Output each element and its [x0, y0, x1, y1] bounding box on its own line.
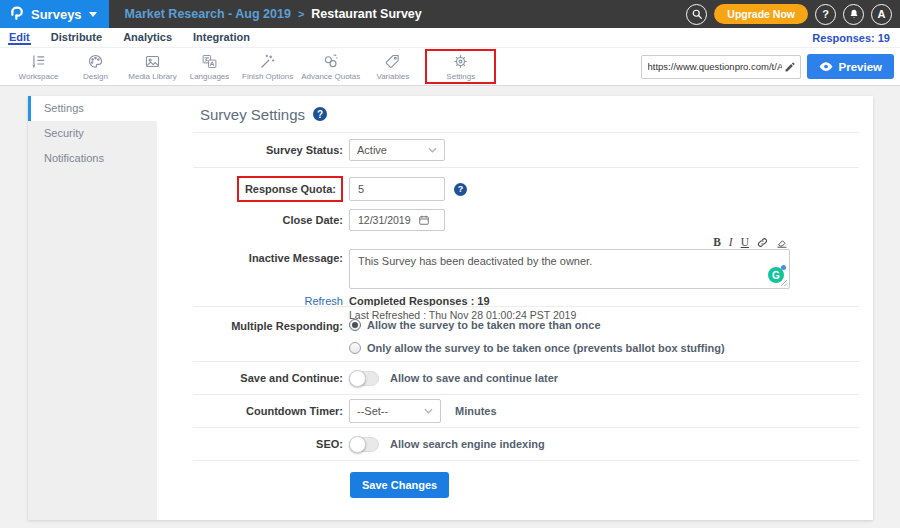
account-avatar[interactable]: A	[871, 4, 892, 25]
media-library-icon	[144, 53, 161, 70]
settings-gear-icon	[452, 53, 469, 70]
radio-unselected-icon	[349, 342, 361, 354]
help-button[interactable]: ?	[815, 4, 836, 25]
tab-edit[interactable]: Edit	[8, 30, 31, 45]
search-icon	[691, 8, 703, 20]
edit-url-button[interactable]	[782, 61, 796, 73]
minutes-suffix: Minutes	[455, 405, 497, 417]
radio-allow-multiple[interactable]: Allow the survey to be taken more than o…	[349, 319, 725, 331]
grammarly-icon[interactable]: G	[768, 267, 784, 283]
design-palette-icon	[87, 53, 104, 70]
chevron-down-icon	[424, 408, 433, 414]
pencil-icon	[784, 61, 796, 73]
tab-distribute[interactable]: Distribute	[50, 30, 103, 45]
settings-highlight-annotation: Settings	[425, 49, 496, 84]
seo-toggle[interactable]	[349, 437, 379, 452]
link-icon	[757, 237, 768, 248]
tool-design[interactable]: Design	[67, 53, 124, 81]
toggle-knob	[349, 370, 366, 387]
countdown-timer-select[interactable]: --Set--	[349, 399, 441, 423]
save-and-continue-text: Allow to save and continue later	[390, 372, 558, 384]
inactive-message-textarea[interactable]: This Survey has been deactivated by the …	[349, 249, 790, 289]
breadcrumb-folder[interactable]: Market Research - Aug 2019	[125, 7, 291, 21]
top-bar: Surveys Market Research - Aug 2019 > Res…	[0, 0, 900, 28]
notifications-button[interactable]	[843, 4, 864, 25]
responses-count-link[interactable]: Responses: 19	[812, 32, 890, 44]
grammarly-status-dot	[781, 265, 786, 270]
save-and-continue-toggle[interactable]	[349, 371, 379, 386]
close-date-field	[349, 209, 445, 231]
seo-label: SEO:	[157, 438, 343, 450]
advance-quotas-icon	[322, 53, 339, 70]
tool-finish-options[interactable]: Finish Options	[238, 53, 297, 81]
edit-toolbar: Workspace Design Media Library	[0, 48, 900, 86]
breadcrumb-survey-name: Restaurant Survey	[311, 7, 421, 21]
survey-status-select[interactable]: Active	[349, 139, 445, 161]
tool-variables[interactable]: Variables	[364, 53, 421, 81]
tool-workspace[interactable]: Workspace	[10, 53, 67, 81]
bell-icon	[848, 8, 860, 20]
bold-button[interactable]: B	[713, 237, 721, 248]
settings-card: Settings Security Notifications Survey S…	[28, 96, 873, 520]
survey-status-label: Survey Status:	[157, 144, 343, 156]
link-button[interactable]	[757, 237, 768, 248]
countdown-timer-label: Countdown Timer:	[157, 405, 343, 417]
product-name: Surveys	[31, 7, 82, 22]
close-date-input[interactable]	[358, 214, 418, 226]
tab-integration[interactable]: Integration	[192, 30, 251, 45]
title-help-icon[interactable]: ?	[313, 107, 327, 121]
toggle-knob	[349, 436, 366, 453]
preview-button[interactable]: Preview	[807, 54, 894, 79]
save-changes-button[interactable]: Save Changes	[350, 472, 449, 498]
upgrade-now-button[interactable]: Upgrade Now	[714, 4, 808, 24]
tool-settings[interactable]: Settings	[432, 53, 489, 81]
sidebar-item-notifications[interactable]: Notifications	[28, 146, 157, 171]
response-quota-label: Response Quota:	[245, 183, 336, 195]
tool-advance-quotas[interactable]: Advance Quotas	[297, 53, 364, 81]
topbar-actions: Upgrade Now ? A	[686, 4, 892, 25]
eye-icon	[819, 61, 833, 72]
search-button[interactable]	[686, 4, 707, 25]
questionpro-logo-icon	[9, 6, 24, 23]
survey-menu-bar: Edit Distribute Analytics Integration Re…	[0, 28, 900, 48]
text-format-toolbar: B I U	[349, 235, 790, 248]
finish-options-wand-icon	[259, 53, 276, 70]
seo-text: Allow search engine indexing	[390, 438, 545, 450]
save-and-continue-label: Save and Continue:	[157, 372, 343, 384]
close-date-label: Close Date:	[157, 214, 343, 226]
inactive-message-label: Inactive Message:	[157, 235, 343, 264]
chevron-down-icon	[89, 12, 97, 17]
response-quota-highlight-annotation: Response Quota:	[237, 176, 343, 202]
response-quota-help-icon[interactable]: ?	[454, 183, 467, 196]
eraser-icon	[776, 237, 788, 248]
radio-selected-icon	[349, 319, 361, 331]
breadcrumb-separator: >	[298, 8, 304, 20]
sidebar-item-security[interactable]: Security	[28, 121, 157, 146]
underline-button[interactable]: U	[741, 237, 749, 248]
tab-analytics[interactable]: Analytics	[122, 30, 173, 45]
settings-panel: Survey Settings ? Survey Status: Active	[157, 96, 873, 520]
calendar-icon[interactable]	[418, 214, 430, 226]
settings-side-nav: Settings Security Notifications	[28, 96, 157, 520]
surveys-product-menu[interactable]: Surveys	[0, 0, 109, 28]
multiple-responding-label: Multiple Responding:	[157, 307, 343, 332]
workspace-icon	[30, 53, 47, 70]
page-title: Survey Settings	[200, 106, 305, 123]
radio-allow-once[interactable]: Only allow the survey to be taken once (…	[349, 342, 725, 354]
response-quota-input[interactable]	[349, 177, 445, 201]
tool-languages[interactable]: Languages	[181, 53, 238, 81]
italic-button[interactable]: I	[729, 237, 733, 248]
survey-url-input[interactable]	[648, 61, 782, 72]
variables-tag-icon	[384, 53, 401, 70]
tool-media-library[interactable]: Media Library	[124, 53, 181, 81]
languages-icon	[201, 53, 218, 70]
sidebar-item-settings[interactable]: Settings	[28, 96, 157, 121]
breadcrumb: Market Research - Aug 2019 > Restaurant …	[125, 7, 422, 21]
chevron-down-icon	[428, 147, 437, 153]
survey-url-field	[641, 55, 801, 79]
clear-format-button[interactable]	[776, 237, 788, 248]
multiple-responding-options: Allow the survey to be taken more than o…	[349, 307, 725, 354]
